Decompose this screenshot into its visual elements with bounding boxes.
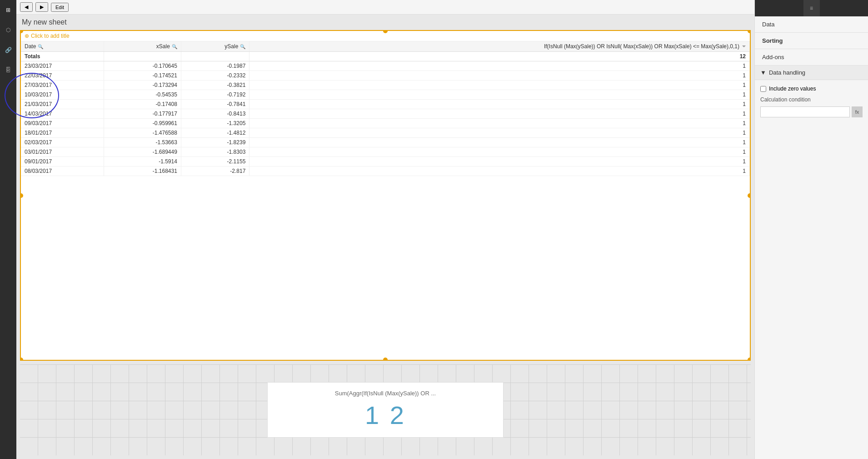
viz-title-text[interactable]: Click to add title [31, 33, 70, 39]
sheet-area: My new sheet ⊕ Click to add title [16, 15, 754, 459]
cell-calc: 1 [249, 100, 750, 109]
cell-calc: 1 [249, 109, 750, 119]
edit-button[interactable]: Edit [51, 3, 69, 12]
totals-ysale [181, 52, 249, 61]
cell-xsale: -0.17408 [104, 100, 181, 109]
cell-date: 23/03/2017 [21, 61, 104, 71]
cell-date: 08/03/2017 [21, 166, 104, 176]
cell-date: 09/01/2017 [21, 157, 104, 166]
section-content: Include zero values Calculation conditio… [755, 80, 868, 123]
main-area: ◀ ▶ Edit My new sheet ⊕ Click [16, 0, 754, 459]
grid-icon[interactable]: ⊞ [2, 4, 15, 16]
col-header-ysale: ySale 🔍 [181, 41, 249, 52]
cell-ysale: -1.4812 [181, 128, 249, 138]
calc-input-row: fx [760, 106, 863, 117]
cell-date: 22/03/2017 [21, 71, 104, 81]
cell-xsale: -0.54535 [104, 90, 181, 100]
cell-date: 14/03/2017 [21, 109, 104, 119]
totals-row: Totals 12 [21, 52, 750, 61]
table-row: 14/03/2017 -0.177917 -0.8413 1 [21, 109, 750, 119]
cell-ysale: -1.3205 [181, 119, 249, 128]
calc-sort-icon[interactable] [742, 45, 746, 47]
back-button[interactable]: ◀ [20, 2, 33, 12]
handle-br[interactable] [748, 358, 751, 361]
database-icon[interactable]: 🗄 [2, 64, 15, 76]
data-handling-section: ▼ Data handling Include zero values Calc… [755, 66, 868, 123]
link-icon[interactable]: 🔗 [2, 44, 15, 56]
table-row: 22/03/2017 -0.174521 -0.2332 1 [21, 71, 750, 81]
table-row: 03/01/2017 -1.689449 -1.8303 1 [21, 147, 750, 157]
panel-table-icon[interactable]: ≡ [803, 0, 820, 16]
cell-xsale: -0.170645 [104, 61, 181, 71]
include-zero-values-checkbox[interactable] [760, 86, 766, 92]
kpi-box: Sum(Aggr(If(IsNull (Max(ySale)) OR ... 1… [267, 382, 504, 438]
cell-xsale: -1.53663 [104, 138, 181, 147]
date-search-icon[interactable]: 🔍 [38, 44, 43, 49]
kpi-value: 1 2 [275, 400, 496, 430]
calc-condition-input[interactable] [760, 106, 850, 117]
cell-calc: 1 [249, 90, 750, 100]
totals-label: Totals [21, 52, 104, 61]
cell-calc: 1 [249, 147, 750, 157]
col-header-xsale: xSale 🔍 [104, 41, 181, 52]
cell-ysale: -0.1987 [181, 61, 249, 71]
section-label: Data handling [769, 69, 805, 76]
cell-xsale: -0.959961 [104, 119, 181, 128]
fx-button[interactable]: fx [852, 106, 863, 117]
handle-tr[interactable] [748, 30, 751, 33]
cell-date: 03/01/2017 [21, 147, 104, 157]
table-viz: ⊕ Click to add title Date [20, 30, 751, 361]
cell-calc: 1 [249, 128, 750, 138]
cell-calc: 1 [249, 61, 750, 71]
section-header-data-handling[interactable]: ▼ Data handling [755, 66, 868, 80]
cell-xsale: -0.173294 [104, 81, 181, 90]
cell-xsale: -1.689449 [104, 147, 181, 157]
table-row: 09/01/2017 -1.5914 -2.1155 1 [21, 157, 750, 166]
nav-addons[interactable]: Add-ons [755, 49, 868, 66]
panel-header: ≡ [755, 0, 868, 16]
calc-condition-label: Calculation condition [760, 96, 863, 103]
cell-ysale: -2.817 [181, 166, 249, 176]
col-header-date: Date 🔍 [21, 41, 104, 52]
cell-calc: 1 [249, 157, 750, 166]
top-bar: ◀ ▶ Edit [16, 0, 754, 15]
table-row: 08/03/2017 -1.168431 -2.817 1 [21, 166, 750, 176]
cell-calc: 1 [249, 81, 750, 90]
bottom-grid: Sum(Aggr(If(IsNull (Max(ySale)) OR ... 1… [20, 364, 751, 455]
cell-calc: 1 [249, 119, 750, 128]
cell-date: 21/03/2017 [21, 100, 104, 109]
table-row: 18/01/2017 -1.476588 -1.4812 1 [21, 128, 750, 138]
cell-ysale: -1.8303 [181, 147, 249, 157]
handle-right[interactable] [748, 193, 751, 198]
cell-xsale: -0.177917 [104, 109, 181, 119]
table-row: 27/03/2017 -0.173294 -0.3821 1 [21, 81, 750, 90]
viz-container: ⊕ Click to add title Date [20, 30, 751, 455]
cell-xsale: -1.5914 [104, 157, 181, 166]
cell-ysale: -1.8239 [181, 138, 249, 147]
forward-button[interactable]: ▶ [35, 2, 48, 12]
right-panel: ≡ Data Sorting Add-ons ▼ Data handling I… [754, 0, 868, 459]
calculation-condition-section: Calculation condition fx [760, 96, 863, 117]
cell-calc: 1 [249, 166, 750, 176]
table-row: 23/03/2017 -0.170645 -0.1987 1 [21, 61, 750, 71]
cell-ysale: -0.7841 [181, 100, 249, 109]
data-table: Date 🔍 xSale 🔍 [21, 41, 750, 176]
cell-date: 09/03/2017 [21, 119, 104, 128]
handle-bl[interactable] [20, 358, 23, 361]
right-panel-nav: Data Sorting Add-ons [755, 16, 868, 66]
collapse-icon: ▼ [760, 69, 766, 76]
cell-ysale: -0.8413 [181, 109, 249, 119]
totals-xsale [104, 52, 181, 61]
handle-bottom[interactable] [383, 358, 388, 361]
cell-ysale: -0.2332 [181, 71, 249, 81]
cell-xsale: -1.476588 [104, 128, 181, 138]
cell-date: 02/03/2017 [21, 138, 104, 147]
cell-calc: 1 [249, 71, 750, 81]
include-zero-values-label: Include zero values [769, 86, 816, 92]
ysale-search-icon[interactable]: 🔍 [240, 44, 245, 49]
xsale-search-icon[interactable]: 🔍 [172, 44, 177, 49]
chart-icon[interactable]: ⬡ [2, 24, 15, 36]
table-viz-inner: ⊕ Click to add title Date [21, 31, 750, 360]
nav-data[interactable]: Data [755, 16, 868, 33]
nav-sorting[interactable]: Sorting [755, 33, 868, 49]
